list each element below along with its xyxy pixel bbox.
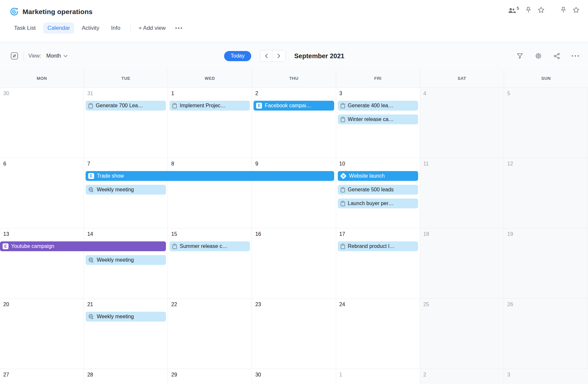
calendar-grid: 303112345Generate 700 Lea…Implement Proj… xyxy=(0,88,588,384)
star-icon-2[interactable] xyxy=(573,7,580,15)
event-label: Trade show xyxy=(97,173,124,179)
share-icon[interactable] xyxy=(553,53,560,60)
week-row: 20212223242526Weekly meeting xyxy=(0,299,588,369)
calendar-event[interactable]: MWebsite launch xyxy=(338,171,418,181)
day-cell[interactable]: 30 xyxy=(252,369,336,384)
day-cell[interactable]: 22 xyxy=(168,299,252,369)
calendar-event[interactable]: Summer release c… xyxy=(170,241,250,251)
day-cell[interactable]: 25 xyxy=(420,299,504,369)
day-cell[interactable]: 18 xyxy=(420,228,504,299)
title-row: Marketing operations xyxy=(0,0,588,16)
day-number: 2 xyxy=(423,372,504,378)
week-row: 13141516171819EYoutube campaignWeekly me… xyxy=(0,228,588,299)
calendar-event[interactable]: Weekly meeting xyxy=(86,185,166,195)
star-icon[interactable] xyxy=(538,7,545,15)
calendar-event[interactable]: ETrade show xyxy=(86,171,334,181)
event-label: Launch buyer per… xyxy=(348,201,394,206)
weekday-header: SUN xyxy=(504,69,588,87)
prev-month-button[interactable] xyxy=(260,50,273,61)
day-cell[interactable]: 19 xyxy=(504,228,588,299)
calendar-event[interactable]: Launch buyer per… xyxy=(338,199,418,208)
day-cell[interactable]: 8 xyxy=(168,158,252,228)
day-number: 12 xyxy=(507,161,588,167)
clipboard-icon xyxy=(340,201,345,206)
day-cell[interactable]: 21 xyxy=(84,299,168,369)
tab-activity[interactable]: Activity xyxy=(77,23,104,34)
calendar-event[interactable]: EYoutube campaign xyxy=(0,241,166,251)
day-cell[interactable]: 23 xyxy=(252,299,336,369)
day-cell[interactable]: 9 xyxy=(252,158,336,228)
filter-icon[interactable] xyxy=(516,53,523,60)
day-cell[interactable]: 11 xyxy=(420,158,504,228)
day-cell[interactable]: 2 xyxy=(252,88,336,158)
day-cell[interactable]: 28 xyxy=(84,369,168,384)
day-cell[interactable]: 31 xyxy=(84,88,168,158)
event-label: Generate 500 leads xyxy=(348,187,394,193)
view-tabs: Task ListCalendarActivityInfo + Add view xyxy=(0,23,588,34)
day-number: 18 xyxy=(423,231,504,237)
calendar-toolbar: View: Month Today September 20 xyxy=(0,43,588,69)
day-number: 1 xyxy=(171,91,252,96)
day-cell[interactable]: 30 xyxy=(0,88,84,158)
calendar-event[interactable]: Rebrand product l… xyxy=(338,241,418,251)
day-cell[interactable]: 26 xyxy=(504,299,588,369)
toolbar-center: Today September 2021 xyxy=(224,43,344,69)
view-mode-select[interactable]: Month xyxy=(46,53,68,59)
calendar-event[interactable]: Generate 700 Lea… xyxy=(86,101,166,111)
pin-icon-2[interactable] xyxy=(560,7,566,15)
next-month-button[interactable] xyxy=(273,50,285,61)
top-header: Marketing operations 5 xyxy=(0,0,588,43)
calendar-event[interactable]: Weekly meeting xyxy=(86,255,166,265)
view-mode-value: Month xyxy=(46,53,61,59)
tabs-more-button[interactable] xyxy=(172,25,185,31)
calendar-event[interactable]: Weekly meeting xyxy=(86,312,166,322)
more-options-icon[interactable] xyxy=(572,55,579,57)
day-cell[interactable]: 27 xyxy=(0,369,84,384)
event-label: Implement Projec… xyxy=(180,103,226,109)
expand-icon[interactable] xyxy=(10,51,19,61)
day-cell[interactable]: 16 xyxy=(252,228,336,299)
clipboard-icon xyxy=(340,117,345,122)
tab-info[interactable]: Info xyxy=(107,23,124,34)
tabs-divider xyxy=(130,25,131,32)
day-number: 16 xyxy=(255,231,335,237)
month-nav xyxy=(260,50,286,62)
day-number: 2 xyxy=(255,91,335,96)
day-number: 24 xyxy=(339,302,420,307)
calendar-event[interactable]: Generate 400 lea… xyxy=(338,101,418,111)
week-row: 6789101112ETrade showWeekly meetingMWebs… xyxy=(0,158,588,228)
day-cell[interactable]: 4 xyxy=(420,88,504,158)
today-button[interactable]: Today xyxy=(224,51,251,61)
day-cell[interactable]: 2 xyxy=(420,369,504,384)
day-cell[interactable]: 1 xyxy=(168,88,252,158)
day-cell[interactable]: 17 xyxy=(336,228,420,299)
day-number: 21 xyxy=(87,302,168,307)
tab-task-list[interactable]: Task List xyxy=(10,23,40,34)
tab-calendar[interactable]: Calendar xyxy=(43,23,74,34)
day-cell[interactable]: 5 xyxy=(504,88,588,158)
calendar-event[interactable]: Implement Projec… xyxy=(170,101,250,111)
day-cell[interactable]: 1 xyxy=(336,369,420,384)
day-cell[interactable]: 15 xyxy=(168,228,252,299)
day-cell[interactable]: 6 xyxy=(0,158,84,228)
day-number: 26 xyxy=(507,302,588,307)
gear-icon[interactable] xyxy=(535,52,542,60)
day-number: 9 xyxy=(255,161,335,167)
clipboard-icon xyxy=(340,244,345,249)
day-cell[interactable]: 20 xyxy=(0,299,84,369)
milestone-badge: M xyxy=(340,173,347,179)
clipboard-icon-wrap xyxy=(340,103,345,109)
calendar-event[interactable]: EFacebook campai… xyxy=(253,101,334,111)
period-title: September 2021 xyxy=(294,52,344,60)
day-cell[interactable]: 24 xyxy=(336,299,420,369)
add-view-button[interactable]: + Add view xyxy=(137,23,168,34)
calendar-event[interactable]: Generate 500 leads xyxy=(338,185,418,195)
calendar-event[interactable]: Winter release ca… xyxy=(338,114,418,124)
view-label: View: xyxy=(28,53,41,59)
day-cell[interactable]: 13 xyxy=(0,228,84,299)
day-cell[interactable]: 3 xyxy=(504,369,588,384)
day-cell[interactable]: 12 xyxy=(504,158,588,228)
pin-icon[interactable] xyxy=(525,7,531,15)
members-button[interactable]: 5 xyxy=(508,8,519,14)
day-cell[interactable]: 29 xyxy=(168,369,252,384)
